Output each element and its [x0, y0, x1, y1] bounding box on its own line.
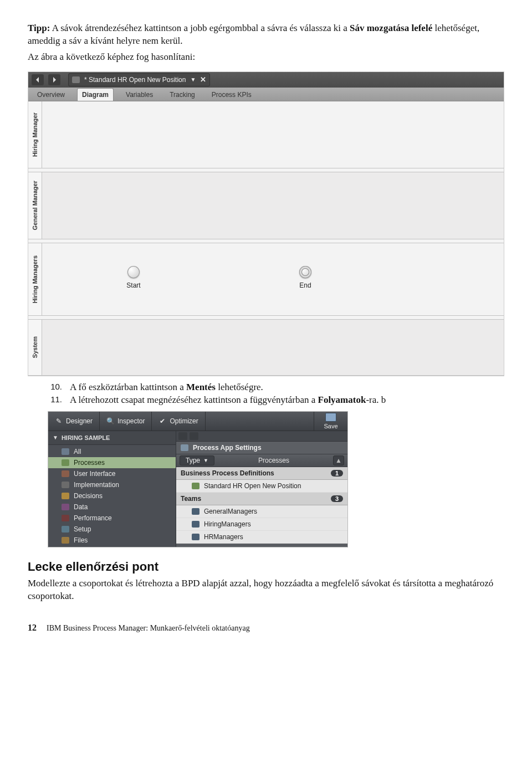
step-11: 11. A létrehozott csapat megnézéséhez ka… [48, 395, 504, 406]
category-icon [62, 459, 69, 466]
editor-tab[interactable]: * Standard HR Open New Position ▼ ✕ [68, 73, 210, 86]
editor-toolbar: * Standard HR Open New Position ▼ ✕ [28, 72, 504, 88]
library-item-label: Files [74, 536, 88, 544]
library-item[interactable]: Data [48, 501, 176, 513]
optimizer-label: Optimizer [170, 417, 198, 425]
chevron-down-icon: ▼ [53, 434, 58, 441]
process-icon [72, 76, 80, 83]
tab-variables[interactable]: Variables [121, 89, 157, 101]
start-event-icon [127, 266, 140, 278]
group-item[interactable]: HRManagers [176, 531, 347, 544]
tab-tracking[interactable]: Tracking [165, 89, 200, 101]
save-button[interactable]: Save [314, 412, 347, 431]
nav-forward-button[interactable] [190, 432, 198, 440]
library-item-label: Decisions [74, 492, 103, 500]
step-number: 10. [48, 382, 62, 393]
step-number: 11. [48, 395, 62, 406]
page-number: 12 [28, 623, 37, 633]
group-item[interactable]: GeneralManagers [176, 505, 347, 518]
tab-diagram[interactable]: Diagram [77, 88, 114, 101]
nav-forward-button[interactable] [48, 74, 60, 85]
library-item-label: Data [74, 503, 88, 511]
group-header[interactable]: Teams3 [176, 493, 347, 505]
library-item[interactable]: Decisions [48, 490, 176, 501]
optimizer-button[interactable]: ✔ Optimizer [152, 412, 205, 431]
library-item[interactable]: User Interface [48, 468, 176, 479]
type-filter-bar: Type ▼ Processes ▲ [176, 454, 347, 467]
group-item[interactable]: Standard HR Open New Position [176, 480, 347, 493]
top-toolbar: ✎ Designer 🔍 Inspector ✔ Optimizer Save [48, 412, 347, 431]
category-icon [62, 493, 69, 499]
settings-title: Process App Settings [193, 444, 262, 452]
library-screenshot: ✎ Designer 🔍 Inspector ✔ Optimizer Save … [48, 411, 348, 547]
chevron-down-icon: ▼ [203, 458, 208, 463]
swimlanes: Hiring Manager General Manager Hiring Ma… [28, 101, 504, 376]
step-list: 10. A fő eszköztárban kattintson a Menté… [48, 382, 504, 406]
process-app-settings[interactable]: Process App Settings [176, 442, 347, 454]
tab-process-kpis[interactable]: Process KPIs [207, 89, 256, 101]
close-icon[interactable]: ✕ [200, 75, 206, 84]
library-item[interactable]: Performance [48, 513, 176, 524]
start-node[interactable]: Start [109, 266, 158, 289]
item-label: HRManagers [204, 533, 243, 541]
library-header[interactable]: ▼ HIRING SAMPLE [48, 431, 176, 445]
item-icon [192, 534, 200, 540]
editor-tab-title: * Standard HR Open New Position [84, 76, 186, 84]
group-item[interactable]: HiringManagers [176, 518, 347, 531]
library-item-label: Processes [74, 459, 105, 467]
end-node[interactable]: End [280, 266, 330, 289]
collapse-button[interactable]: ▲ [333, 455, 344, 465]
type-dropdown[interactable]: Type ▼ [180, 455, 214, 465]
designer-button[interactable]: ✎ Designer [48, 412, 100, 431]
category-icon [62, 482, 69, 488]
optimizer-icon: ✔ [158, 417, 166, 425]
page-footer: 12 IBM Business Process Manager: Munkaer… [28, 623, 504, 633]
library-item[interactable]: Setup [48, 524, 176, 535]
nav-back-button[interactable] [178, 432, 187, 440]
group-title: Business Process Definitions [181, 469, 274, 477]
search-icon: 🔍 [106, 417, 114, 425]
library-item[interactable]: Processes [48, 457, 176, 468]
count-badge: 3 [331, 495, 343, 502]
tab-overview[interactable]: Overview [33, 89, 69, 101]
count-badge: 1 [331, 470, 343, 477]
content-nav [176, 431, 347, 442]
lane-general-manager[interactable]: General Manager [28, 172, 504, 239]
save-label: Save [324, 423, 337, 429]
item-label: GeneralManagers [204, 508, 257, 515]
group-title: Teams [181, 495, 201, 503]
library-item-label: Implementation [74, 481, 119, 489]
lane-label: General Manager [32, 181, 38, 230]
group-header[interactable]: Business Process Definitions1 [176, 467, 347, 480]
category-icon [62, 526, 69, 533]
library-item-label: Setup [74, 525, 91, 533]
end-event-icon [299, 266, 311, 278]
section-body: Modellezte a csoportokat és létrehozta a… [28, 577, 504, 603]
nav-back-button[interactable] [32, 74, 44, 85]
chevron-down-icon[interactable]: ▼ [190, 76, 196, 83]
library-item[interactable]: Files [48, 535, 176, 546]
lane-hiring-manager[interactable]: Hiring Manager [28, 101, 504, 168]
library-title: HIRING SAMPLE [62, 434, 110, 441]
lane-system[interactable]: System [28, 319, 504, 376]
lane-hiring-managers[interactable]: Hiring Managers Start End [28, 243, 504, 316]
library-item-label: User Interface [74, 470, 115, 478]
intro-line: Az ábra a következő képhez fog hasonlíta… [28, 51, 504, 64]
inspector-label: Inspector [117, 417, 145, 425]
library-item[interactable]: Implementation [48, 479, 176, 490]
category-icon [62, 448, 69, 455]
step-10: 10. A fő eszköztárban kattintson a Menté… [48, 382, 504, 393]
settings-icon [181, 444, 188, 451]
tip-paragraph: Tipp: A sávok átrendezéséhez kattintson … [28, 22, 504, 48]
item-icon [192, 521, 200, 528]
designer-icon: ✎ [55, 417, 63, 425]
type-label: Type [186, 457, 200, 464]
start-label: Start [109, 281, 158, 289]
lane-label: System [32, 336, 38, 358]
tip-label: Tipp: [28, 23, 50, 33]
inspector-button[interactable]: 🔍 Inspector [100, 412, 152, 431]
item-label: Standard HR Open New Position [204, 482, 301, 490]
library-item[interactable]: All [48, 446, 176, 457]
save-icon [325, 413, 336, 422]
library-item-label: All [74, 448, 81, 455]
